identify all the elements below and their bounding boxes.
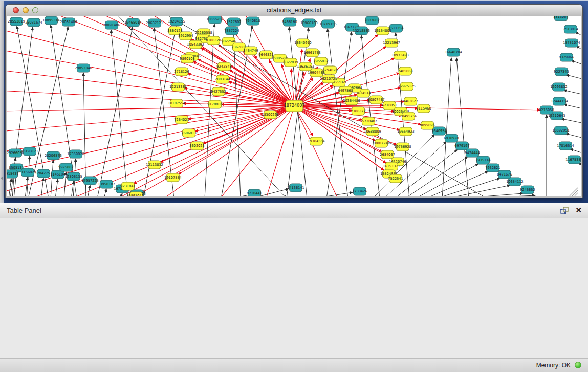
graph-node[interactable]: 9115460 bbox=[416, 104, 431, 113]
graph-node[interactable]: 19384554 bbox=[308, 137, 325, 145]
graph-node[interactable]: 19107554 bbox=[164, 173, 182, 182]
black-edge[interactable] bbox=[104, 189, 106, 196]
graph-node[interactable]: 9231041 bbox=[120, 182, 135, 190]
graph-node[interactable]: 10719155 bbox=[319, 20, 337, 28]
graph-node[interactable]: 16648784 bbox=[445, 48, 462, 56]
black-edge[interactable] bbox=[469, 195, 535, 196]
graph-node[interactable]: 20553819 bbox=[8, 17, 25, 26]
network-window[interactable]: citations_edges.txt 20553819230315741809… bbox=[5, 4, 583, 198]
graph-node[interactable]: 19204155 bbox=[168, 17, 185, 26]
graph-node[interactable]: 8466160 bbox=[282, 18, 297, 26]
black-edge[interactable] bbox=[120, 193, 122, 196]
graph-node[interactable]: 8471676 bbox=[497, 170, 512, 179]
graph-node[interactable]: 12444154 bbox=[551, 97, 568, 105]
black-edge[interactable] bbox=[88, 185, 90, 196]
graph-node[interactable]: 9227343 bbox=[554, 68, 569, 76]
graph-node[interactable]: 20081406 bbox=[60, 18, 77, 26]
graph-node[interactable]: 7940618 bbox=[245, 17, 260, 25]
graph-node[interactable]: 10654112 bbox=[506, 178, 524, 186]
graph-node[interactable]: 6938928 bbox=[444, 134, 459, 142]
black-edge[interactable] bbox=[456, 58, 469, 196]
graph-node[interactable]: 15692951 bbox=[552, 126, 570, 135]
red-edge[interactable] bbox=[294, 49, 302, 106]
graph-node[interactable]: 9329966 bbox=[559, 53, 574, 61]
red-edge[interactable] bbox=[7, 106, 294, 152]
graph-node[interactable]: 19465014 bbox=[124, 18, 142, 27]
graph-node[interactable]: 13958107 bbox=[98, 180, 115, 188]
graph-node[interactable]: 15751074 bbox=[563, 39, 580, 47]
graph-node[interactable]: 16961758 bbox=[303, 49, 321, 57]
red-edge[interactable] bbox=[7, 106, 294, 193]
graph-node[interactable]: 7606013 bbox=[181, 129, 196, 137]
graph-node[interactable]: 20206576 bbox=[45, 151, 62, 160]
black-edge[interactable] bbox=[571, 60, 581, 65]
graph-node[interactable]: 6497568 bbox=[338, 86, 353, 95]
graph-node[interactable]: 17359928 bbox=[67, 150, 84, 158]
graph-node[interactable]: 12213383 bbox=[169, 83, 187, 91]
red-edge[interactable] bbox=[7, 29, 294, 106]
graph-node[interactable]: 14136141 bbox=[287, 184, 304, 192]
graph-node[interactable]: 2887682 bbox=[364, 16, 379, 25]
graph-node[interactable]: 18640910 bbox=[294, 39, 312, 47]
graph-node[interactable]: 11675351 bbox=[565, 156, 581, 164]
graph-node[interactable]: 12505135 bbox=[65, 172, 82, 181]
black-edge[interactable] bbox=[426, 171, 488, 196]
graph-node[interactable]: 9427552 bbox=[211, 87, 226, 96]
graph-node[interactable]: 29053346 bbox=[75, 64, 92, 72]
memory-status-indicator[interactable] bbox=[575, 362, 581, 368]
graph-node[interactable]: 9474444 bbox=[465, 149, 480, 157]
black-edge[interactable] bbox=[564, 104, 581, 109]
black-edge[interactable] bbox=[561, 119, 581, 123]
graph-node[interactable]: 12042757 bbox=[35, 169, 52, 178]
graph-node[interactable]: 19654923 bbox=[397, 127, 415, 136]
graph-node[interactable]: 16151321 bbox=[383, 162, 400, 170]
graph-node[interactable]: 18724007 bbox=[284, 100, 305, 112]
red-edge[interactable] bbox=[7, 106, 294, 111]
canvas-resize-grip[interactable] bbox=[570, 188, 578, 196]
graph-node[interactable]: 1640954 bbox=[431, 127, 446, 135]
black-edge[interactable] bbox=[458, 193, 523, 196]
network-window-titlebar[interactable]: citations_edges.txt bbox=[6, 5, 582, 16]
graph-node[interactable]: 1527602 bbox=[226, 18, 241, 26]
graph-node[interactable]: 2935114 bbox=[475, 156, 490, 164]
black-edge[interactable] bbox=[563, 90, 581, 95]
graph-node[interactable]: 9170085 bbox=[207, 100, 222, 108]
graph-node[interactable]: 23031574 bbox=[25, 18, 42, 27]
black-edge[interactable] bbox=[447, 185, 510, 196]
black-edge[interactable] bbox=[97, 27, 133, 196]
graph-node[interactable]: 10688809 bbox=[364, 127, 381, 136]
graph-node[interactable]: 18495756 bbox=[400, 112, 417, 120]
red-edge[interactable] bbox=[118, 106, 294, 196]
graph-node[interactable]: 9242848 bbox=[216, 62, 231, 71]
black-edge[interactable] bbox=[313, 192, 353, 196]
citation-network-graph[interactable]: 2055381923031574180953142008140620891406… bbox=[7, 16, 581, 196]
graph-node[interactable]: 8454749 bbox=[243, 47, 258, 55]
graph-node[interactable]: 10655257 bbox=[206, 16, 224, 24]
graph-node[interactable]: 12093832 bbox=[550, 83, 568, 91]
graph-node[interactable]: 7513014 bbox=[563, 25, 578, 33]
black-edge[interactable] bbox=[361, 35, 380, 196]
graph-node[interactable]: 9245652 bbox=[520, 186, 535, 194]
graph-node[interactable]: 16154808 bbox=[374, 27, 391, 35]
graph-node[interactable]: 7857224 bbox=[224, 27, 239, 35]
graph-node[interactable]: 9890105 bbox=[180, 55, 194, 63]
network-view-canvas[interactable]: 2055381923031574180953142008140620891406… bbox=[7, 16, 581, 196]
graph-node[interactable]: 11156829 bbox=[19, 168, 36, 177]
graph-node[interactable]: 10807487 bbox=[367, 96, 385, 104]
panel-collapse-arrow-icon[interactable] bbox=[1, 176, 3, 180]
graph-node[interactable]: 19756928 bbox=[394, 143, 411, 151]
graph-node[interactable]: 18300295 bbox=[262, 111, 279, 119]
graph-node[interactable]: 9899695 bbox=[420, 121, 434, 129]
graph-node[interactable]: 12975125 bbox=[398, 82, 416, 91]
graph-node[interactable]: 10543392 bbox=[187, 40, 204, 49]
graph-node[interactable]: 16210721 bbox=[320, 75, 337, 83]
black-edge[interactable] bbox=[565, 134, 581, 138]
graph-node[interactable]: 10973493 bbox=[391, 51, 409, 59]
graph-node[interactable]: 2803144 bbox=[215, 75, 230, 83]
black-edge[interactable] bbox=[405, 157, 468, 196]
graph-node[interactable]: 18966160 bbox=[300, 19, 318, 27]
red-edge[interactable] bbox=[7, 70, 294, 106]
graph-node[interactable]: 9463627 bbox=[403, 97, 418, 105]
black-edge[interactable] bbox=[111, 30, 128, 196]
graph-node[interactable]: 15720407 bbox=[360, 117, 377, 125]
